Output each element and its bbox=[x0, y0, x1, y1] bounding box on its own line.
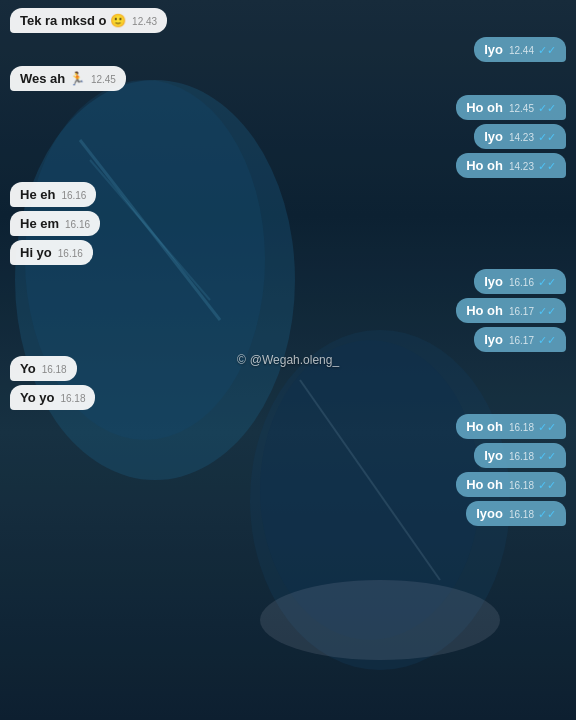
read-ticks: ✓✓ bbox=[538, 421, 556, 434]
message-time: 12.43 bbox=[132, 16, 157, 27]
message-text: Iyo bbox=[484, 332, 503, 347]
message-time: 14.23 bbox=[509, 161, 534, 172]
message-bubble: Ho oh12.45✓✓ bbox=[456, 95, 566, 120]
message-bubble: Iyo12.44✓✓ bbox=[474, 37, 566, 62]
message-time: 16.17 bbox=[509, 335, 534, 346]
message-text: Iyo bbox=[484, 42, 503, 57]
message-time: 16.16 bbox=[65, 219, 90, 230]
message-time: 16.18 bbox=[509, 480, 534, 491]
message-text: Wes ah 🏃 bbox=[20, 71, 85, 86]
message-bubble: He eh16.16 bbox=[10, 182, 96, 207]
message-text: He eh bbox=[20, 187, 55, 202]
message-time: 12.45 bbox=[509, 103, 534, 114]
message-text: Iyo bbox=[484, 129, 503, 144]
message-time: 16.18 bbox=[509, 509, 534, 520]
read-ticks: ✓✓ bbox=[538, 334, 556, 347]
message-bubble: Yo yo16.18 bbox=[10, 385, 95, 410]
message-bubble: Ho oh14.23✓✓ bbox=[456, 153, 566, 178]
message-time: 12.44 bbox=[509, 45, 534, 56]
message-text: Ho oh bbox=[466, 100, 503, 115]
message-time: 14.23 bbox=[509, 132, 534, 143]
watermark-icon: © bbox=[237, 353, 246, 367]
message-text: Yo bbox=[20, 361, 36, 376]
read-ticks: ✓✓ bbox=[538, 160, 556, 173]
message-text: Ho oh bbox=[466, 303, 503, 318]
message-bubble: He em16.16 bbox=[10, 211, 100, 236]
message-bubble: Iyo16.17✓✓ bbox=[474, 327, 566, 352]
message-time: 16.16 bbox=[61, 190, 86, 201]
read-ticks: ✓✓ bbox=[538, 276, 556, 289]
message-bubble: Ho oh16.18✓✓ bbox=[456, 414, 566, 439]
message-bubble: Tek ra mksd o 🙂12.43 bbox=[10, 8, 167, 33]
message-text: Hi yo bbox=[20, 245, 52, 260]
message-bubble: Iyo14.23✓✓ bbox=[474, 124, 566, 149]
read-ticks: ✓✓ bbox=[538, 102, 556, 115]
message-time: 16.17 bbox=[509, 306, 534, 317]
message-time: 16.18 bbox=[60, 393, 85, 404]
message-text: Iyoo bbox=[476, 506, 503, 521]
message-bubble: Wes ah 🏃12.45 bbox=[10, 66, 126, 91]
message-time: 16.18 bbox=[509, 451, 534, 462]
message-bubble: Ho oh16.17✓✓ bbox=[456, 298, 566, 323]
message-time: 16.16 bbox=[509, 277, 534, 288]
message-text: Ho oh bbox=[466, 477, 503, 492]
message-time: 16.18 bbox=[42, 364, 67, 375]
message-bubble: Hi yo16.16 bbox=[10, 240, 93, 265]
message-bubble: Yo16.18 bbox=[10, 356, 77, 381]
message-text: Ho oh bbox=[466, 158, 503, 173]
message-time: 16.16 bbox=[58, 248, 83, 259]
message-bubble: Iyo16.16✓✓ bbox=[474, 269, 566, 294]
message-bubble: Iyo16.18✓✓ bbox=[474, 443, 566, 468]
message-text: Ho oh bbox=[466, 419, 503, 434]
message-bubble: Iyoo16.18✓✓ bbox=[466, 501, 566, 526]
message-text: Iyo bbox=[484, 448, 503, 463]
message-text: Tek ra mksd o 🙂 bbox=[20, 13, 126, 28]
read-ticks: ✓✓ bbox=[538, 305, 556, 318]
watermark: © @Wegah.oleng_ bbox=[237, 353, 339, 367]
read-ticks: ✓✓ bbox=[538, 508, 556, 521]
read-ticks: ✓✓ bbox=[538, 131, 556, 144]
read-ticks: ✓✓ bbox=[538, 450, 556, 463]
message-bubble: Ho oh16.18✓✓ bbox=[456, 472, 566, 497]
message-text: He em bbox=[20, 216, 59, 231]
message-text: Iyo bbox=[484, 274, 503, 289]
read-ticks: ✓✓ bbox=[538, 44, 556, 57]
message-time: 12.45 bbox=[91, 74, 116, 85]
message-time: 16.18 bbox=[509, 422, 534, 433]
read-ticks: ✓✓ bbox=[538, 479, 556, 492]
message-text: Yo yo bbox=[20, 390, 54, 405]
watermark-text: @Wegah.oleng_ bbox=[250, 353, 339, 367]
